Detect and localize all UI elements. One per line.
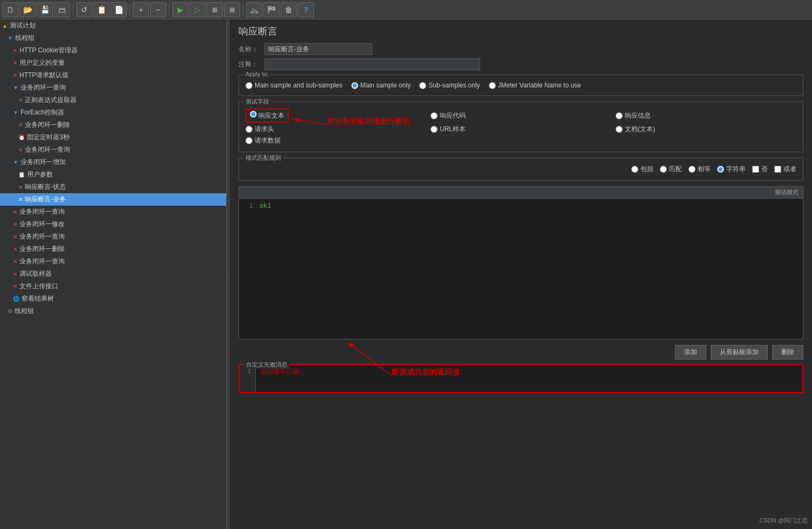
toolbar-paste-btn[interactable]: 📄 (111, 2, 127, 17)
apply-main-sub[interactable]: Main sample and sub-samples (245, 82, 343, 89)
rule-equals[interactable]: 相等 (688, 165, 711, 174)
line-numbers: 1 (241, 201, 257, 229)
rule-substring[interactable]: 字符串 (717, 165, 746, 174)
toolbar-clear-btn[interactable]: 🗑 (281, 2, 297, 17)
fail-line-numbers: 1 (240, 365, 256, 392)
tree-item-assert-status[interactable]: ✕ 响应断言-状态 (0, 181, 226, 193)
code-editor[interactable]: ok1 (257, 201, 801, 229)
apply-to-title: Apply to: (243, 71, 271, 77)
tree-item-regex[interactable]: ✕ 正则表达式提取器 (0, 94, 226, 106)
apply-jmeter-var[interactable]: JMeter Variable Name to use (489, 82, 582, 89)
custom-fail-section: 自定义失败消息 1 返回值不正确 (238, 364, 803, 393)
rule-not[interactable]: 否 (752, 165, 768, 174)
comment-input[interactable] (264, 58, 480, 70)
toolbar-stop-btn[interactable]: ⏹ (207, 2, 223, 17)
toolbar-remote-start-btn[interactable]: 🚲 (246, 2, 262, 17)
right-panel-wrapper: 响应断言 名称： 注释： Apply to: Main sample and s… (230, 19, 812, 529)
toolbar-run-btn[interactable]: ▶ (172, 2, 188, 17)
toolbar-run-nopause-btn[interactable]: ▷ (189, 2, 206, 17)
field-url-sample[interactable]: URL样本 (431, 125, 611, 134)
tree-item-thread-group[interactable]: ▼ 线程组 (0, 32, 226, 44)
name-row: 名称： (238, 43, 803, 55)
tree-item-biz-query3[interactable]: ✕ 业务闭环一查询 (0, 206, 226, 218)
field-request-headers[interactable]: 请求头 (245, 125, 426, 134)
toolbar-saveall-btn[interactable]: 🗃 (54, 2, 70, 17)
tree-item-user-params[interactable]: 📋 用户参数 (0, 168, 226, 181)
custom-fail-title: 自定义失败消息 (244, 361, 290, 369)
tree-item-foreach[interactable]: ▼ ForEach控制器 (0, 106, 226, 119)
toolbar-copy-btn[interactable]: 📋 (93, 2, 110, 17)
name-input[interactable] (264, 43, 372, 55)
comment-label: 注释： (238, 60, 260, 69)
tree-item-debug-sampler[interactable]: ✕ 调试取样器 (0, 268, 226, 280)
right-panel: 响应断言 名称： 注释： Apply to: Main sample and s… (230, 19, 812, 398)
pattern-rule-title: 模式匹配规则 (243, 154, 283, 162)
tree-item-test-plan[interactable]: ▲ 测试计划 (0, 19, 226, 32)
main-layout: ▲ 测试计划 ▼ 线程组 ✕ HTTP Cookie管理器 ✕ 用户定义的变量 … (0, 19, 812, 529)
field-response-code[interactable]: 响应代码 (431, 108, 611, 123)
toolbar-save-btn[interactable]: 💾 (37, 2, 53, 17)
toolbar: 🗋 📂 💾 🗃 ↺ 📋 📄 + − ▶ ▷ ⏹ ⏹ 🚲 🏁 🗑 ? (0, 0, 812, 19)
apply-main-only[interactable]: Main sample only (351, 82, 411, 89)
apply-sub-only[interactable]: Sub-samples only (419, 82, 480, 89)
field-request-data[interactable]: 请求数据 (245, 136, 426, 145)
add-button[interactable]: 添加 (675, 345, 706, 360)
test-pattern-header: 测试模式 (239, 187, 803, 199)
tree-item-biz-modify[interactable]: ✕ 业务闭环一修改 (0, 218, 226, 230)
field-response-text[interactable]: 响应文本 (245, 108, 426, 123)
toolbar-open-btn[interactable]: 📂 (19, 2, 36, 17)
name-label: 名称： (238, 45, 260, 54)
tree-panel: ▲ 测试计划 ▼ 线程组 ✕ HTTP Cookie管理器 ✕ 用户定义的变量 … (0, 19, 227, 529)
apply-to-radio-group: Main sample and sub-samples Main sample … (245, 79, 796, 91)
test-pattern-body: 1 ok1 (239, 199, 803, 231)
tree-item-view-results[interactable]: 🌐 察看结果树 (0, 293, 226, 305)
toolbar-help-btn[interactable]: ? (298, 2, 314, 17)
test-fields-grid: 响应文本 响应代码 响应信息 请求头 (245, 106, 796, 147)
custom-fail-body: 1 返回值不正确 (240, 365, 802, 392)
field-response-message[interactable]: 响应信息 (616, 108, 796, 123)
test-fields-section: 测试字段 响应文本 响应代码 响应信息 (238, 101, 803, 152)
tree-item-file-upload[interactable]: ✕ 文件上传接口 (0, 280, 226, 293)
toolbar-stop-now-btn[interactable]: ⏹ (224, 2, 240, 17)
tree-item-biz-delete[interactable]: ✕ 业务闭环一删除 (0, 119, 226, 131)
watermark: CSDN @阿门之恋 (760, 517, 808, 525)
tree-item-thread-group2[interactable]: ⚙ 线程组 (0, 305, 226, 317)
tree-item-biz-add[interactable]: ▼ 业务闭环一增加 (0, 156, 226, 168)
fail-content[interactable]: 返回值不正确 (256, 365, 802, 392)
tree-item-assert-biz[interactable]: ✕ 响应断言-业务 (0, 193, 226, 206)
rule-matches[interactable]: 匹配 (660, 165, 682, 174)
comment-row: 注释： (238, 58, 803, 70)
rule-or[interactable]: 或者 (774, 165, 796, 174)
code-editor-extra[interactable] (239, 231, 803, 339)
tree-item-biz-query4[interactable]: ✕ 业务闭环一查询 (0, 230, 226, 243)
toolbar-new-btn[interactable]: 🗋 (2, 2, 18, 17)
toolbar-revert-btn[interactable]: ↺ (76, 2, 92, 17)
test-pattern-area: 测试模式 1 ok1 (238, 186, 803, 340)
tree-item-user-vars[interactable]: ✕ 用户定义的变量 (0, 57, 226, 69)
panel-title: 响应断言 (238, 25, 803, 38)
pattern-match-row: 包括 匹配 相等 字符串 (245, 162, 796, 176)
tree-item-timer[interactable]: ⏰ 固定定时器3秒 (0, 131, 226, 144)
toolbar-remove-btn[interactable]: − (150, 2, 166, 17)
rule-contains[interactable]: 包括 (631, 165, 653, 174)
pattern-rule-section: 模式匹配规则 包括 匹配 相等 (238, 158, 803, 181)
toolbar-add-btn[interactable]: + (133, 2, 149, 17)
apply-to-section: Apply to: Main sample and sub-samples Ma… (238, 74, 803, 96)
delete-button[interactable]: 删除 (772, 345, 803, 360)
tree-item-http-cookie[interactable]: ✕ HTTP Cookie管理器 (0, 44, 226, 57)
add-from-clipboard-button[interactable]: 从剪贴板添加 (711, 345, 768, 360)
fail-text: 返回值不正确 (260, 368, 299, 375)
tree-item-biz-loop-query[interactable]: ▼ 业务闭环一查询 (0, 82, 226, 94)
field-document-text[interactable]: 文档(文本) (616, 125, 796, 134)
test-fields-title: 测试字段 (243, 98, 271, 106)
test-pattern-header-label: 测试模式 (775, 188, 799, 196)
tree-item-http-defaults[interactable]: ✕ HTTP请求默认值 (0, 69, 226, 82)
tree-item-biz-query2[interactable]: ✕ 业务闭环一查询 (0, 144, 226, 156)
btn-row: 添加 从剪贴板添加 删除 (238, 345, 803, 360)
toolbar-remote-stop-btn[interactable]: 🏁 (263, 2, 279, 17)
tree-item-biz-delete2[interactable]: ✕ 业务闭环一删除 (0, 243, 226, 255)
tree-item-biz-query5[interactable]: ✕ 业务闭环一查询 (0, 255, 226, 268)
